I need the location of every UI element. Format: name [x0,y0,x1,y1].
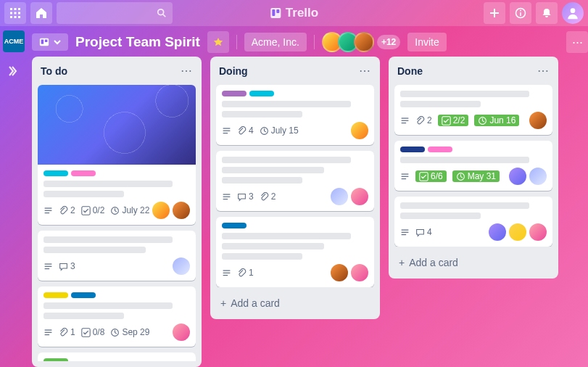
list-menu-button[interactable]: ⋯ [537,64,550,78]
card-member-avatar[interactable] [173,257,190,275]
svg-point-19 [571,8,576,13]
svg-rect-21 [41,40,44,44]
create-button[interactable] [484,2,505,24]
list-title[interactable]: To do [41,65,67,77]
card[interactable]: 4 July 15 [216,85,374,145]
list-menu-button[interactable]: ⋯ [181,64,193,78]
svg-rect-37 [223,130,231,131]
card[interactable] [38,352,196,361]
label-green [44,358,68,361]
user-avatar[interactable] [562,2,584,24]
card[interactable]: 2 0/2 July 22 [38,85,196,225]
card-cover [38,85,196,165]
attachments-badge: 2 [415,115,432,125]
card-member-avatar[interactable] [529,223,547,241]
org-button[interactable]: Acme, Inc. [244,33,307,51]
checklist-badge: 0/2 [81,205,105,215]
svg-rect-44 [223,272,231,273]
description-icon [400,228,410,237]
card-member-avatar[interactable] [331,188,348,205]
invite-button[interactable]: Invite [407,33,446,51]
label-pink [71,170,96,176]
card[interactable]: 6/6 May 31 [394,141,552,191]
card[interactable]: 4 [394,197,552,247]
attachments-badge: 2 [59,205,75,215]
due-date-badge: Sep 29 [110,327,149,337]
svg-rect-38 [223,132,228,133]
list-menu-button[interactable]: ⋯ [359,64,371,78]
board-members[interactable]: +12 [322,32,400,52]
card-member-avatar[interactable] [529,112,547,129]
card-member-avatar[interactable] [331,264,348,281]
card-member-avatar[interactable] [351,122,368,139]
svg-rect-58 [402,234,407,234]
board-menu-button[interactable]: ⋯ [566,31,588,53]
board-visibility-toggle[interactable] [32,33,68,51]
search-icon [157,8,167,18]
info-button[interactable] [510,2,531,24]
svg-rect-6 [10,16,12,18]
svg-rect-48 [402,122,407,123]
svg-rect-51 [402,173,409,174]
label-dark-blue [400,147,425,152]
card-member-avatar[interactable] [152,202,170,219]
attachments-badge: 1 [59,327,75,337]
attachments-badge: 2 [260,191,276,202]
card-member-avatar[interactable] [509,223,526,241]
card-member-avatar[interactable] [351,188,368,205]
card[interactable]: 1 [216,217,374,287]
svg-rect-32 [45,331,52,332]
svg-rect-41 [223,196,231,197]
card[interactable]: 2 2/2 Jun 16 [394,85,552,135]
description-icon [44,262,53,271]
card[interactable]: 3 [38,231,196,281]
card-member-avatar[interactable] [351,264,368,281]
notifications-button[interactable] [536,2,558,24]
card-member-avatar[interactable] [173,202,190,219]
list-doing: Doing ⋯ 4 July 15 [210,57,380,319]
add-card-button[interactable]: +Add a card [216,293,374,313]
card-member-avatar[interactable] [529,168,547,185]
card-member-avatar[interactable] [489,223,506,241]
card-member-avatar[interactable] [509,168,526,185]
member-avatar[interactable] [354,32,374,52]
description-icon [44,328,53,337]
label-teal [44,170,68,176]
brand-text: Trello [286,6,318,20]
star-board-button[interactable] [207,31,229,53]
description-icon [222,126,231,136]
overflow-members[interactable]: +12 [377,35,400,49]
description-icon [222,268,231,278]
workspace-tile[interactable]: ACME [3,30,25,52]
description-icon [400,116,410,125]
svg-rect-56 [402,229,409,230]
card[interactable]: 3 2 [216,151,374,211]
due-complete-badge: Jun 16 [474,115,519,126]
expand-sidebar-button[interactable] [7,65,21,80]
brand-logo[interactable]: Trello [270,6,318,20]
svg-rect-29 [45,265,52,266]
board-title[interactable]: Project Team Spirit [75,34,200,50]
search-input[interactable] [57,2,173,24]
svg-rect-3 [10,12,12,15]
list-title[interactable]: Doing [219,65,248,77]
card-member-avatar[interactable] [173,323,190,341]
svg-rect-43 [223,270,231,271]
board-area: To do ⋯ 2 0/2 July 22 [32,57,584,367]
list-title[interactable]: Done [397,65,423,77]
svg-rect-8 [18,16,20,18]
svg-rect-13 [276,9,279,13]
card[interactable]: 1 0/8 Sep 29 [38,286,196,347]
svg-rect-40 [223,194,231,194]
board-icon [39,37,49,47]
label-blue [222,223,247,228]
svg-rect-0 [10,8,12,10]
add-card-button[interactable]: +Add a card [394,252,552,273]
list-cards: 4 July 15 3 2 [216,85,374,287]
apps-menu-button[interactable] [4,2,26,24]
svg-rect-28 [45,263,52,264]
comments-badge: 3 [237,191,254,202]
home-button[interactable] [30,2,52,24]
svg-rect-42 [223,198,228,199]
svg-rect-12 [272,9,275,16]
